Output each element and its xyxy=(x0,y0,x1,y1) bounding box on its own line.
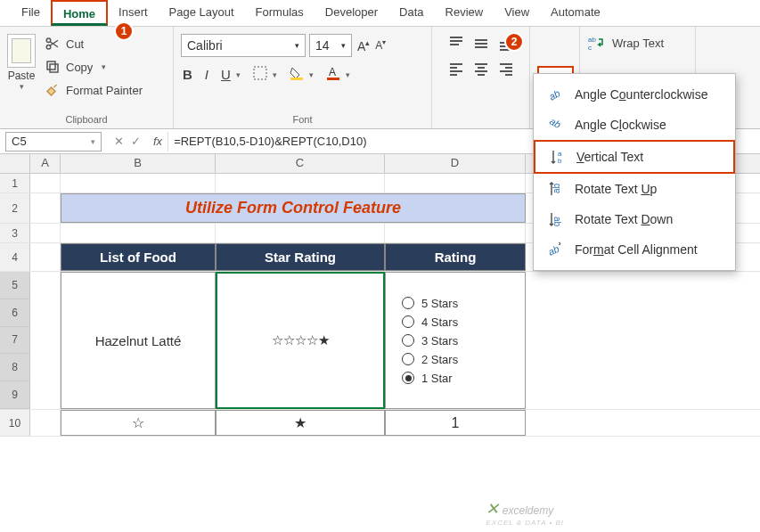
italic-button[interactable]: I xyxy=(205,67,208,82)
svg-text:A: A xyxy=(329,66,336,78)
decrease-font-button[interactable]: A▾ xyxy=(373,37,388,55)
svg-rect-2 xyxy=(50,64,58,72)
fill-color-button[interactable] xyxy=(290,66,304,83)
angle-ccw-icon: ab xyxy=(546,86,564,103)
tab-page-layout[interactable]: Page Layout xyxy=(159,0,245,26)
svg-text:ab: ab xyxy=(548,116,563,130)
tab-insert[interactable]: Insert xyxy=(108,0,159,26)
row-header-3[interactable]: 3 xyxy=(0,224,30,242)
align-right-button[interactable] xyxy=(498,61,514,80)
row-header-4[interactable]: 4 xyxy=(0,243,30,271)
svg-text:ab: ab xyxy=(546,243,560,258)
rotate-down-item[interactable]: ab Rotate Text Down xyxy=(534,204,735,234)
radio-2-stars[interactable]: 2 Stars xyxy=(402,353,458,366)
align-top-button[interactable] xyxy=(448,36,464,54)
fx-icon[interactable]: fx xyxy=(148,135,168,148)
copy-icon xyxy=(45,59,61,75)
format-alignment-item[interactable]: ab Format Cell Alignment xyxy=(534,234,735,265)
header-star-rating[interactable]: Star Rating xyxy=(216,243,385,271)
row-header-10[interactable]: 10 xyxy=(0,410,30,436)
radio-3-stars[interactable]: 3 Stars xyxy=(402,334,458,348)
rotate-up-item[interactable]: ab Rotate Text Up xyxy=(534,174,735,204)
ribbon-tabs: File Home Insert Page Layout Formulas De… xyxy=(0,0,760,27)
cell-d10[interactable]: 1 xyxy=(385,410,526,436)
watermark: ✕ exceldemy EXCEL & DATA • BI xyxy=(486,499,564,527)
svg-text:ab: ab xyxy=(547,87,562,102)
col-header-c[interactable]: C xyxy=(216,154,385,173)
cancel-formula-button[interactable]: ✕ xyxy=(114,135,124,148)
group-font: Calibri▾ 14▾ A▴ A▾ B I U▾ ▾ ▾ A▾ Font xyxy=(174,27,432,128)
align-middle-button[interactable] xyxy=(473,36,489,54)
callout-2: 2 xyxy=(504,32,524,52)
align-left-button[interactable] xyxy=(448,61,464,80)
format-alignment-icon: ab xyxy=(546,241,564,258)
underline-button[interactable]: U xyxy=(221,67,231,82)
angle-cw-icon: ab xyxy=(546,116,564,134)
angle-ccw-item[interactable]: ab Angle Counterclockwise xyxy=(534,79,735,110)
row-headers-5-9[interactable]: 56789 xyxy=(0,272,30,409)
brush-icon xyxy=(45,82,61,98)
vertical-text-icon: ab xyxy=(548,148,566,166)
cell-b10[interactable]: ☆ xyxy=(61,410,216,436)
clipboard-group-label: Clipboard xyxy=(7,112,166,127)
svg-text:c: c xyxy=(588,44,592,52)
paste-button[interactable]: Paste xyxy=(8,70,36,82)
col-header-b[interactable]: B xyxy=(61,154,216,173)
font-size-select[interactable]: 14▾ xyxy=(309,34,352,57)
tab-file[interactable]: File xyxy=(11,0,51,26)
rotate-up-icon: ab xyxy=(546,180,564,198)
scissors-icon xyxy=(45,36,61,52)
group-clipboard: Paste ▾ Cut Copy▾ Format Painter Clipboa… xyxy=(0,27,174,128)
select-all-corner[interactable] xyxy=(0,154,30,173)
tab-developer[interactable]: Developer xyxy=(315,0,388,26)
header-list-of-food[interactable]: List of Food xyxy=(61,243,216,271)
col-header-a[interactable]: A xyxy=(30,154,61,173)
cell-rating-options: 5 Stars 4 Stars 3 Stars 2 Stars 1 Star xyxy=(385,272,526,409)
name-box[interactable]: C5▾ xyxy=(5,132,102,151)
vertical-text-item[interactable]: ab Vertical Text xyxy=(534,140,735,174)
font-group-label: Font xyxy=(181,112,424,127)
bold-button[interactable]: B xyxy=(183,67,192,82)
header-rating[interactable]: Rating xyxy=(385,243,526,271)
radio-1-star[interactable]: 1 Star xyxy=(402,372,453,385)
radio-5-stars[interactable]: 5 Stars xyxy=(402,297,458,310)
row-header-2[interactable]: 2 xyxy=(0,193,30,223)
cell-food-name[interactable]: Hazelnut Latté xyxy=(61,272,216,409)
tab-home[interactable]: Home xyxy=(51,0,108,26)
svg-text:ab: ab xyxy=(552,183,561,193)
border-button[interactable] xyxy=(253,66,267,83)
tab-view[interactable]: View xyxy=(494,0,540,26)
orientation-dropdown: ab Angle Counterclockwise ab Angle Clock… xyxy=(533,73,736,271)
rotate-down-icon: ab xyxy=(546,210,564,228)
format-painter-button[interactable]: Format Painter xyxy=(41,80,146,100)
svg-text:b: b xyxy=(558,157,562,165)
font-name-select[interactable]: Calibri▾ xyxy=(181,34,306,57)
row-header-1[interactable]: 1 xyxy=(0,174,30,192)
wrap-text-button[interactable]: abc Wrap Text xyxy=(587,34,688,52)
angle-cw-item[interactable]: ab Angle Clockwise xyxy=(534,110,735,140)
radio-4-stars[interactable]: 4 Stars xyxy=(402,315,458,329)
align-center-button[interactable] xyxy=(473,61,489,80)
increase-font-button[interactable]: A▴ xyxy=(355,37,372,55)
font-color-button[interactable]: A xyxy=(326,66,340,83)
tab-automate[interactable]: Automate xyxy=(540,0,611,26)
svg-rect-3 xyxy=(47,61,55,70)
svg-rect-5 xyxy=(290,78,303,80)
svg-rect-7 xyxy=(327,78,339,80)
title-cell[interactable]: Utilize Form Control Feature xyxy=(61,193,526,223)
tab-data[interactable]: Data xyxy=(388,0,434,26)
col-header-d[interactable]: D xyxy=(385,154,526,173)
cell-star-rating[interactable]: ☆☆☆☆★ xyxy=(216,272,385,409)
tab-formulas[interactable]: Formulas xyxy=(245,0,315,26)
cell-c10[interactable]: ★ xyxy=(216,410,385,436)
copy-button[interactable]: Copy▾ xyxy=(41,57,146,77)
svg-text:ab: ab xyxy=(552,217,562,227)
wrap-text-icon: abc xyxy=(587,34,605,52)
enter-formula-button[interactable]: ✓ xyxy=(131,135,141,148)
svg-text:ab: ab xyxy=(588,36,596,44)
callout-1: 1 xyxy=(114,21,134,41)
svg-rect-4 xyxy=(254,67,266,79)
tab-review[interactable]: Review xyxy=(435,0,494,26)
paste-icon[interactable] xyxy=(7,34,36,68)
